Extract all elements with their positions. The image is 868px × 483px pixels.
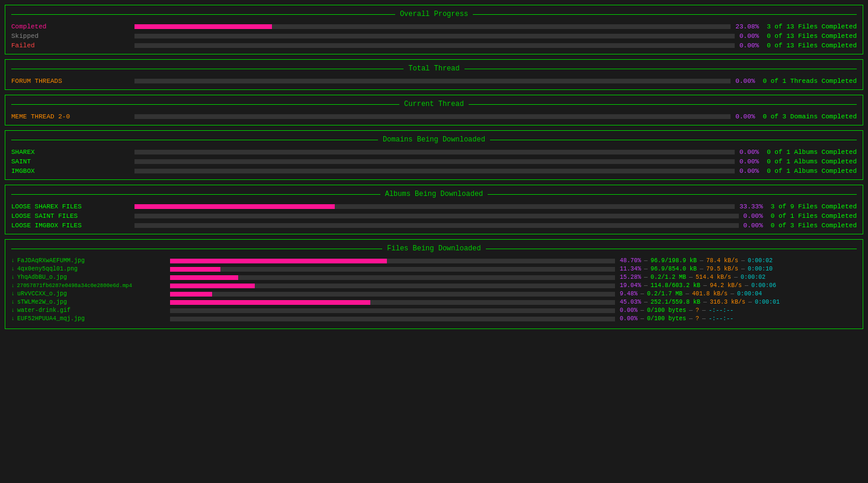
file-fill-1 bbox=[170, 267, 220, 272]
saint-domain-row: SAINT 0.00% 0 of 1 Albums Completed bbox=[11, 158, 857, 165]
file-bar-6 bbox=[170, 308, 615, 313]
file-stats-2: 15.28% — 0.2/1.2 MB — 514.4 kB/s — 0:00:… bbox=[620, 274, 857, 281]
completed-progress-fill bbox=[134, 24, 272, 29]
meme-thread-stats: 0.00% 0 of 3 Domains Completed bbox=[735, 113, 857, 120]
loose-imgbox-bar bbox=[134, 223, 739, 228]
skipped-stats: 0.00% 0 of 13 Files Completed bbox=[739, 33, 857, 40]
forum-threads-row: FORUM THREADS 0.00% 0 of 1 Threads Compl… bbox=[11, 78, 857, 85]
saint-domain-stats: 0.00% 0 of 1 Albums Completed bbox=[739, 158, 857, 165]
loose-saint-stats: 0.00% 0 of 1 Files Completed bbox=[744, 212, 857, 220]
file-icon-2: ↓ bbox=[11, 274, 15, 281]
file-label-5: ↓sTWLMe2W_o.jpg bbox=[11, 299, 165, 305]
file-fill-0 bbox=[170, 259, 387, 263]
file-icon-5: ↓ bbox=[11, 299, 15, 305]
meme-thread-label: MEME THREAD 2-0 bbox=[11, 113, 130, 120]
file-row-7: ↓EUF52HPUUA4_mqj.jpg 0.00% — 0/100 bytes… bbox=[11, 315, 857, 322]
imgbox-domain-bar bbox=[134, 169, 735, 173]
file-row-2: ↓YhqAdbBU_o.jpg 15.28% — 0.2/1.2 MB — 51… bbox=[11, 274, 857, 281]
files-title: Files Being Downloaded bbox=[11, 244, 857, 253]
completed-label: Completed bbox=[11, 23, 130, 30]
albums-section: Albums Being Downloaded LOOSE SHAREX FIL… bbox=[5, 185, 863, 234]
failed-label: Failed bbox=[11, 42, 130, 49]
imgbox-domain-row: IMGBOX 0.00% 0 of 1 Albums Completed bbox=[11, 168, 857, 175]
file-icon-3: ↓ bbox=[11, 283, 14, 289]
imgbox-domain-stats: 0.00% 0 of 1 Albums Completed bbox=[739, 168, 857, 175]
file-stats-3: 19.04% — 114.8/603.2 kB — 94.2 kB/s — 0:… bbox=[620, 282, 857, 289]
skipped-label: Skipped bbox=[11, 33, 130, 40]
file-icon-4: ↓ bbox=[11, 291, 15, 297]
current-thread-section: Current Thread MEME THREAD 2-0 0.00% 0 o… bbox=[5, 95, 863, 125]
saint-domain-bar bbox=[134, 159, 735, 164]
sharex-domain-bar bbox=[134, 150, 735, 154]
file-icon-1: ↓ bbox=[11, 266, 15, 272]
file-label-0: ↓FaJDAqRXwAEFUMM.jpg bbox=[11, 257, 165, 264]
file-stats-0: 48.70% — 96.9/198.9 kB — 78.4 kB/s — 0:0… bbox=[620, 257, 857, 264]
file-fill-3 bbox=[170, 284, 255, 288]
forum-threads-label: FORUM THREADS bbox=[11, 78, 130, 85]
sharex-domain-label: SHAREX bbox=[11, 149, 130, 156]
file-label-4: ↓uRvVCCXX_o.jpg bbox=[11, 291, 165, 297]
failed-progress-bar bbox=[134, 43, 735, 48]
total-thread-section: Total Thread FORUM THREADS 0.00% 0 of 1 … bbox=[5, 59, 863, 90]
loose-saint-bar bbox=[134, 214, 739, 218]
overall-progress-title: Overall Progress bbox=[11, 10, 857, 18]
loose-sharex-row: LOOSE SHAREX FILES 33.33% 3 of 9 Files C… bbox=[11, 203, 857, 210]
sharex-domain-stats: 0.00% 0 of 1 Albums Completed bbox=[739, 149, 857, 156]
overall-completed-row: Completed 23.08% 3 of 13 Files Completed bbox=[11, 23, 857, 30]
file-label-1: ↓4qx0eny5qql01.png bbox=[11, 266, 165, 272]
completed-progress-bar bbox=[134, 24, 731, 29]
file-row-1: ↓4qx0eny5qql01.png 11.34% — 96.9/854.0 k… bbox=[11, 266, 857, 272]
meme-thread-bar bbox=[134, 114, 731, 119]
imgbox-domain-label: IMGBOX bbox=[11, 168, 130, 175]
loose-imgbox-row: LOOSE IMGBOX FILES 0.00% 0 of 3 Files Co… bbox=[11, 222, 857, 229]
file-stats-6: 0.00% — 0/100 bytes — ? — -:--:-- bbox=[620, 307, 857, 314]
file-bar-0 bbox=[170, 259, 615, 263]
files-section: Files Being Downloaded ↓FaJDAqRXwAEFUMM.… bbox=[5, 239, 863, 329]
file-icon-6: ↓ bbox=[11, 307, 15, 314]
current-thread-title: Current Thread bbox=[11, 100, 857, 108]
file-bar-5 bbox=[170, 300, 615, 305]
loose-imgbox-stats: 0.00% 0 of 3 Files Completed bbox=[744, 222, 857, 229]
file-bar-4 bbox=[170, 292, 615, 297]
skipped-progress-bar bbox=[134, 34, 735, 38]
file-label-6: ↓water-drink.gif bbox=[11, 307, 165, 314]
overall-progress-section: Overall Progress Completed 23.08% 3 of 1… bbox=[5, 5, 863, 54]
loose-imgbox-label: LOOSE IMGBOX FILES bbox=[11, 222, 130, 229]
file-row-4: ↓uRvVCCXX_o.jpg 9.48% — 0.2/1.7 MB — 401… bbox=[11, 291, 857, 297]
file-bar-3 bbox=[170, 284, 615, 288]
file-fill-4 bbox=[170, 292, 212, 297]
meme-thread-row: MEME THREAD 2-0 0.00% 0 of 3 Domains Com… bbox=[11, 113, 857, 120]
loose-saint-row: LOOSE SAINT FILES 0.00% 0 of 1 Files Com… bbox=[11, 212, 857, 220]
loose-sharex-stats: 33.33% 3 of 9 Files Completed bbox=[739, 203, 857, 210]
file-fill-5 bbox=[170, 300, 370, 305]
forum-threads-bar bbox=[134, 79, 731, 83]
file-stats-1: 11.34% — 96.9/854.0 kB — 79.5 kB/s — 0:0… bbox=[620, 266, 857, 272]
file-label-3: ↓27057871fb6287e0498a34c0e2800e6d.mp4 bbox=[11, 283, 165, 289]
file-row-3: ↓27057871fb6287e0498a34c0e2800e6d.mp4 19… bbox=[11, 282, 857, 289]
loose-saint-label: LOOSE SAINT FILES bbox=[11, 212, 130, 220]
overall-failed-row: Failed 0.00% 0 of 13 Files Completed bbox=[11, 42, 857, 49]
saint-domain-label: SAINT bbox=[11, 158, 130, 165]
file-bar-1 bbox=[170, 267, 615, 272]
file-icon-7: ↓ bbox=[11, 315, 15, 322]
file-icon-0: ↓ bbox=[11, 257, 15, 264]
overall-skipped-row: Skipped 0.00% 0 of 13 Files Completed bbox=[11, 33, 857, 40]
loose-sharex-label: LOOSE SHAREX FILES bbox=[11, 203, 130, 210]
file-bar-7 bbox=[170, 317, 615, 321]
file-row-6: ↓water-drink.gif 0.00% — 0/100 bytes — ?… bbox=[11, 307, 857, 314]
file-fill-2 bbox=[170, 275, 238, 280]
file-row-0: ↓FaJDAqRXwAEFUMM.jpg 48.70% — 96.9/198.9… bbox=[11, 257, 857, 264]
forum-threads-stats: 0.00% 0 of 1 Threads Completed bbox=[735, 78, 857, 85]
file-row-5: ↓sTWLMe2W_o.jpg 45.03% — 252.1/559.8 kB … bbox=[11, 299, 857, 305]
file-stats-5: 45.03% — 252.1/559.8 kB — 316.3 kB/s — 0… bbox=[620, 299, 857, 305]
file-stats-4: 9.48% — 0.2/1.7 MB — 401.8 kB/s — 0:00:0… bbox=[620, 291, 857, 297]
loose-sharex-bar bbox=[134, 204, 735, 209]
sharex-domain-row: SHAREX 0.00% 0 of 1 Albums Completed bbox=[11, 149, 857, 156]
loose-sharex-fill bbox=[134, 204, 335, 209]
completed-stats: 23.08% 3 of 13 Files Completed bbox=[735, 23, 857, 30]
failed-stats: 0.00% 0 of 13 Files Completed bbox=[739, 42, 857, 49]
albums-title: Albums Being Downloaded bbox=[11, 190, 857, 198]
file-stats-7: 0.00% — 0/100 bytes — ? — -:--:-- bbox=[620, 315, 857, 322]
domains-title: Domains Being Downloaded bbox=[11, 136, 857, 144]
file-label-2: ↓YhqAdbBU_o.jpg bbox=[11, 274, 165, 281]
